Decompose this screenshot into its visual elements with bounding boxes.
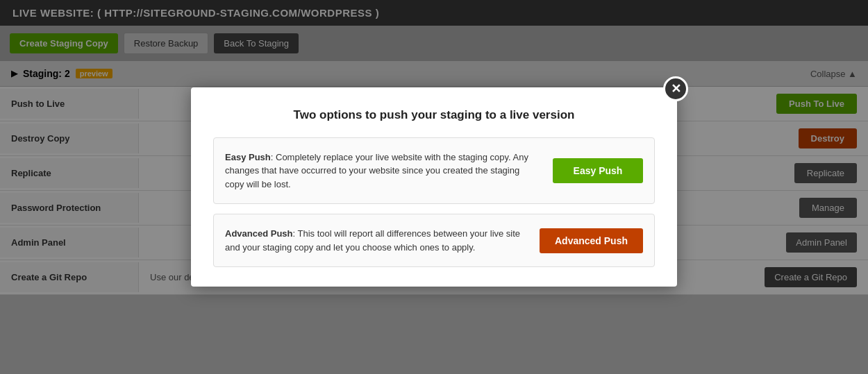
easy-push-colon: : Completely replace your live website w… bbox=[225, 152, 528, 189]
modal: ✕ Two options to push your staging to a … bbox=[191, 87, 677, 287]
modal-option-advanced-push: Advanced Push: This tool will report all… bbox=[213, 214, 655, 267]
modal-option-easy-push: Easy Push: Completely replace your live … bbox=[213, 137, 655, 205]
advanced-push-label: Advanced Push bbox=[225, 228, 293, 239]
modal-overlay: ✕ Two options to push your staging to a … bbox=[0, 0, 868, 374]
modal-close-button[interactable]: ✕ bbox=[663, 76, 688, 101]
easy-push-label: Easy Push bbox=[225, 152, 271, 162]
modal-title: Two options to push your staging to a li… bbox=[213, 108, 655, 122]
advanced-push-text: Advanced Push: This tool will report all… bbox=[225, 227, 540, 254]
easy-push-button[interactable]: Easy Push bbox=[553, 158, 643, 183]
easy-push-text: Easy Push: Completely replace your live … bbox=[225, 151, 553, 192]
advanced-push-button[interactable]: Advanced Push bbox=[540, 228, 643, 253]
